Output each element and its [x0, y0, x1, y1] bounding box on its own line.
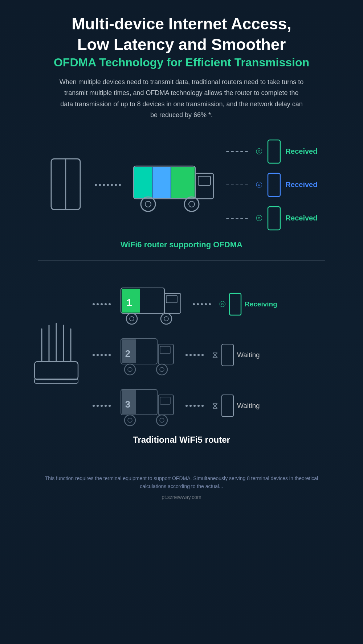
svg-rect-36: [160, 346, 170, 354]
wifi-signal-3: ⦾: [256, 214, 262, 223]
truck-wifi5-1-svg: 1: [119, 282, 184, 326]
svg-point-48: [128, 418, 132, 422]
wifi5-dots-left-2: [93, 354, 111, 356]
svg-point-37: [125, 364, 135, 375]
device-row-3: ⦾ Received: [223, 206, 318, 231]
title-line2: Low Latency and Smoother: [22, 35, 341, 54]
svg-point-27: [126, 313, 137, 324]
router-wifi6-icon: [46, 152, 86, 217]
svg-rect-20: [34, 362, 78, 380]
device-status-3: Received: [286, 214, 318, 222]
router-wifi5: [33, 318, 80, 392]
phone-icon-3: [267, 206, 281, 231]
wifi5-dots-right-1: [193, 303, 211, 305]
svg-point-49: [156, 415, 167, 426]
svg-rect-13: [268, 173, 280, 197]
svg-point-30: [164, 317, 168, 321]
wifi6-label: WiFi6 router supporting OFDMA: [121, 240, 242, 249]
device-status-5-3: Waiting: [237, 402, 260, 410]
truck-wifi6-svg: [130, 155, 217, 213]
wifi5-truck-row-2: 2 ⧖ Waitin: [87, 333, 330, 377]
wifi-signal-2: ⦾: [256, 180, 262, 190]
svg-rect-46: [160, 397, 170, 404]
title-line1: Multi-device Internet Access,: [22, 15, 341, 34]
dashed-arrow-3: [226, 218, 248, 219]
svg-text:1: 1: [126, 297, 132, 308]
wifi5-truck-row-3: 3 ⧖ Waiting: [87, 384, 330, 428]
section-divider: [38, 260, 325, 261]
router-wifi5-svg: [33, 318, 80, 391]
wifi5-truck-row-1: 1 ⦾: [87, 282, 330, 326]
svg-rect-31: [229, 293, 241, 315]
dashed-arrow-1: [226, 151, 248, 152]
svg-rect-25: [164, 293, 181, 313]
phone-icon-5-3: [221, 394, 234, 417]
wifi5-label: Traditional WiFi5 router: [133, 435, 230, 445]
svg-point-28: [130, 317, 134, 321]
hourglass-icon-3: ⧖: [212, 401, 218, 411]
svg-rect-26: [166, 296, 177, 303]
phone-icon-5-1: [229, 293, 242, 316]
device-status-5-1: Receiving: [245, 300, 277, 308]
svg-rect-7: [198, 176, 211, 185]
svg-text:3: 3: [125, 399, 130, 410]
svg-rect-35: [158, 344, 174, 364]
phone-icon-5-2: [221, 343, 234, 367]
title-line3: OFDMA Technology for Efficient Transmiss…: [22, 56, 341, 69]
truck-wifi6: [130, 155, 217, 215]
phone-icon-2: [267, 172, 281, 198]
svg-point-40: [160, 367, 164, 372]
wifi5-dots-left-3: [93, 405, 111, 407]
svg-rect-3: [134, 167, 152, 198]
svg-point-9: [145, 201, 151, 207]
device-row-2: ⦾ Received: [223, 172, 318, 198]
svg-rect-4: [152, 167, 171, 198]
footer-divider: [38, 456, 325, 456]
wifi-signal-1: ⦾: [256, 147, 262, 156]
dashed-arrow-2: [226, 185, 248, 185]
wifi5-trucks-col: 1 ⦾: [87, 282, 330, 428]
svg-rect-12: [268, 140, 280, 163]
header-description: When multiple devices need to transmit d…: [58, 77, 305, 121]
svg-text:2: 2: [125, 348, 130, 359]
page-wrapper: Multi-device Internet Access, Low Latenc…: [0, 0, 363, 644]
svg-rect-45: [158, 395, 174, 415]
device-status-5-2: Waiting: [237, 351, 260, 359]
wifi-signal-5-1: ⦾: [219, 300, 226, 309]
svg-point-29: [161, 313, 172, 324]
footer-note: This function requires the terminal equi…: [36, 474, 327, 491]
svg-rect-51: [222, 395, 233, 417]
dots-left: [95, 184, 121, 186]
svg-point-47: [125, 415, 135, 426]
device-status-2: Received: [286, 181, 318, 189]
svg-rect-14: [268, 207, 280, 230]
wifi5-dots-right-3: [185, 405, 204, 407]
svg-rect-41: [222, 344, 233, 366]
svg-point-38: [128, 367, 132, 372]
svg-point-39: [156, 364, 167, 375]
truck-wifi5-2-svg: 2: [119, 333, 177, 377]
watermark: pt.sznewway.com: [162, 494, 201, 500]
device-status-1: Received: [286, 147, 318, 156]
device-row-1: ⦾ Received: [223, 139, 318, 164]
phone-icon-1: [267, 139, 281, 164]
svg-rect-5: [171, 167, 195, 198]
hourglass-icon-2: ⧖: [212, 350, 218, 360]
header-section: Multi-device Internet Access, Low Latenc…: [22, 15, 341, 121]
wifi5-dots-left-1: [93, 303, 111, 305]
svg-point-11: [189, 201, 195, 207]
svg-point-50: [160, 418, 164, 422]
wifi5-section: 1 ⦾: [22, 275, 341, 445]
truck-wifi5-3-svg: 3: [119, 384, 177, 428]
wifi6-section: ⦾ Received ⦾ Received: [22, 132, 341, 249]
wifi6-diagram: ⦾ Received ⦾ Received: [22, 139, 341, 231]
wifi5-diagram: 1 ⦾: [22, 282, 341, 428]
wifi5-dots-right-2: [185, 354, 204, 356]
